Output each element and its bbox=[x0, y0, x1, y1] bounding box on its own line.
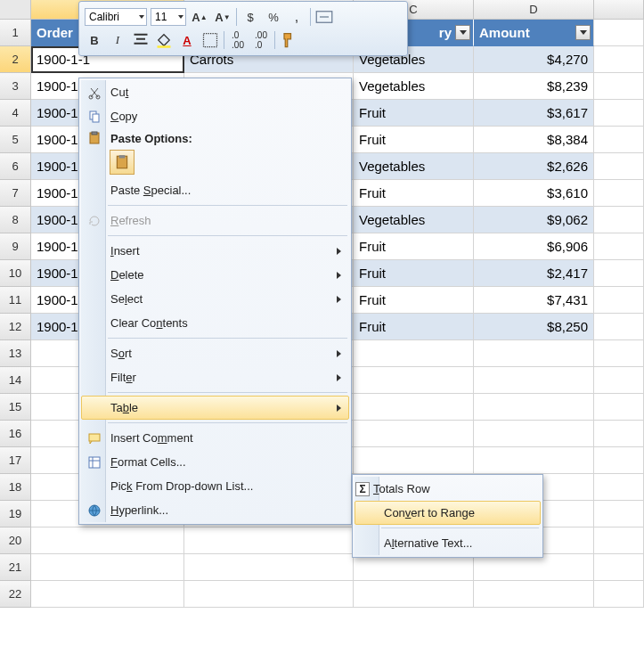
cell-empty[interactable] bbox=[594, 474, 644, 501]
cell-empty[interactable] bbox=[594, 260, 644, 287]
cell-category[interactable]: Vegetables bbox=[354, 73, 474, 100]
comma-format-button[interactable]: , bbox=[287, 7, 306, 27]
row-header-4[interactable]: 4 bbox=[0, 100, 31, 127]
submenu-item-totals-row[interactable]: Σ Totals Row bbox=[355, 477, 541, 501]
cell-empty[interactable] bbox=[594, 153, 644, 180]
submenu-item-convert-to-range[interactable]: Convert to Range bbox=[355, 501, 541, 525]
cell-empty[interactable] bbox=[594, 367, 644, 394]
cell-empty[interactable] bbox=[594, 73, 644, 100]
menu-item-insert[interactable]: Insert bbox=[81, 239, 349, 263]
cell-empty[interactable] bbox=[594, 554, 644, 581]
cell-amount[interactable]: $6,906 bbox=[474, 233, 594, 260]
shrink-font-button[interactable]: A▼ bbox=[213, 7, 232, 27]
italic-button[interactable]: I bbox=[108, 30, 127, 50]
format-painter-button[interactable] bbox=[279, 30, 298, 50]
row-header-6[interactable]: 6 bbox=[0, 153, 31, 180]
cell-empty[interactable] bbox=[354, 394, 474, 421]
decrease-decimal-button[interactable]: .00.0 bbox=[251, 30, 271, 50]
cell-empty[interactable] bbox=[474, 394, 594, 421]
cell-empty[interactable] bbox=[594, 527, 644, 554]
cell-empty[interactable] bbox=[594, 207, 644, 233]
paste-default-button[interactable] bbox=[110, 150, 135, 175]
cell-empty[interactable] bbox=[474, 340, 594, 367]
cell-empty[interactable] bbox=[594, 100, 644, 127]
cell-amount[interactable]: $8,250 bbox=[474, 314, 594, 340]
menu-item-hyperlink[interactable]: Hyperlink... bbox=[81, 498, 349, 522]
cell-empty[interactable] bbox=[474, 447, 594, 474]
menu-item-cut[interactable]: Cut bbox=[81, 80, 349, 104]
cell-empty[interactable] bbox=[31, 527, 184, 554]
cell-empty[interactable] bbox=[354, 554, 474, 581]
menu-item-select[interactable]: Select bbox=[81, 287, 349, 311]
cell-category[interactable]: Fruit bbox=[354, 233, 474, 260]
row-header-8[interactable]: 8 bbox=[0, 207, 31, 233]
select-all-corner[interactable] bbox=[0, 0, 31, 19]
cell-empty[interactable] bbox=[354, 421, 474, 447]
row-header-18[interactable]: 18 bbox=[0, 474, 31, 501]
menu-item-copy[interactable]: Copy bbox=[81, 104, 349, 128]
row-header-2[interactable]: 2 bbox=[0, 46, 31, 73]
cell-empty[interactable] bbox=[594, 46, 644, 73]
cell-empty[interactable] bbox=[594, 180, 644, 207]
submenu-item-alternative-text[interactable]: Alternative Text... bbox=[355, 531, 541, 555]
cell-empty[interactable] bbox=[31, 554, 184, 581]
cell-category[interactable]: Fruit bbox=[354, 100, 474, 127]
column-header-D[interactable]: D bbox=[474, 0, 594, 19]
menu-item-sort[interactable]: Sort bbox=[81, 341, 349, 365]
row-header-14[interactable]: 14 bbox=[0, 367, 31, 394]
menu-item-table[interactable]: Table bbox=[81, 396, 349, 420]
row-header-9[interactable]: 9 bbox=[0, 233, 31, 260]
cell-empty[interactable] bbox=[594, 394, 644, 421]
cell-empty[interactable] bbox=[184, 554, 354, 581]
font-name-combo[interactable]: Calibri bbox=[85, 8, 147, 26]
menu-item-filter[interactable]: Filter bbox=[81, 365, 349, 389]
cell-amount[interactable]: $3,617 bbox=[474, 100, 594, 127]
cell-category[interactable]: Fruit bbox=[354, 314, 474, 340]
cell-amount[interactable]: $8,239 bbox=[474, 73, 594, 100]
row-header-12[interactable]: 12 bbox=[0, 314, 31, 340]
merge-center-button[interactable] bbox=[314, 7, 334, 27]
row-header-20[interactable]: 20 bbox=[0, 527, 31, 554]
row-header-3[interactable]: 3 bbox=[0, 73, 31, 100]
column-header-E[interactable] bbox=[594, 0, 644, 19]
font-color-button[interactable]: A bbox=[177, 30, 197, 50]
cell-empty[interactable] bbox=[594, 127, 644, 153]
header-cell-amount[interactable]: Amount bbox=[474, 20, 594, 46]
cell-amount[interactable]: $7,431 bbox=[474, 287, 594, 314]
align-center-button[interactable] bbox=[131, 30, 151, 50]
row-header-5[interactable]: 5 bbox=[0, 127, 31, 153]
cell-empty[interactable] bbox=[474, 367, 594, 394]
cell-empty[interactable] bbox=[594, 233, 644, 260]
row-header-21[interactable]: 21 bbox=[0, 554, 31, 581]
row-header-13[interactable]: 13 bbox=[0, 340, 31, 367]
percent-format-button[interactable]: % bbox=[264, 7, 283, 27]
fill-color-button[interactable] bbox=[154, 30, 174, 50]
cell-empty[interactable] bbox=[594, 501, 644, 527]
cell-empty[interactable] bbox=[31, 581, 184, 608]
cell-amount[interactable]: $2,417 bbox=[474, 260, 594, 287]
cell-empty[interactable] bbox=[474, 554, 594, 581]
menu-item-insert-comment[interactable]: Insert Comment bbox=[81, 426, 349, 450]
row-header-10[interactable]: 10 bbox=[0, 260, 31, 287]
cell-empty[interactable] bbox=[594, 340, 644, 367]
row-header-1[interactable]: 1 bbox=[0, 20, 31, 46]
cell-empty[interactable] bbox=[354, 581, 474, 608]
cell-empty[interactable] bbox=[354, 340, 474, 367]
grow-font-button[interactable]: A▲ bbox=[190, 7, 209, 27]
row-header-17[interactable]: 17 bbox=[0, 447, 31, 474]
filter-button[interactable] bbox=[575, 25, 591, 40]
increase-decimal-button[interactable]: .0.00 bbox=[228, 30, 248, 50]
cell-empty[interactable] bbox=[594, 287, 644, 314]
cell-empty[interactable] bbox=[594, 314, 644, 340]
cell-empty[interactable] bbox=[184, 581, 354, 608]
menu-item-paste-special[interactable]: Paste Special... bbox=[81, 178, 349, 202]
row-header-7[interactable]: 7 bbox=[0, 180, 31, 207]
cell-empty[interactable] bbox=[474, 581, 594, 608]
menu-item-format-cells[interactable]: Format Cells... bbox=[81, 450, 349, 474]
cell-category[interactable]: Fruit bbox=[354, 287, 474, 314]
cell-category[interactable]: Fruit bbox=[354, 127, 474, 153]
row-header-15[interactable]: 15 bbox=[0, 394, 31, 421]
row-header-11[interactable]: 11 bbox=[0, 287, 31, 314]
cell-empty[interactable] bbox=[594, 421, 644, 447]
cell-amount[interactable]: $8,384 bbox=[474, 127, 594, 153]
